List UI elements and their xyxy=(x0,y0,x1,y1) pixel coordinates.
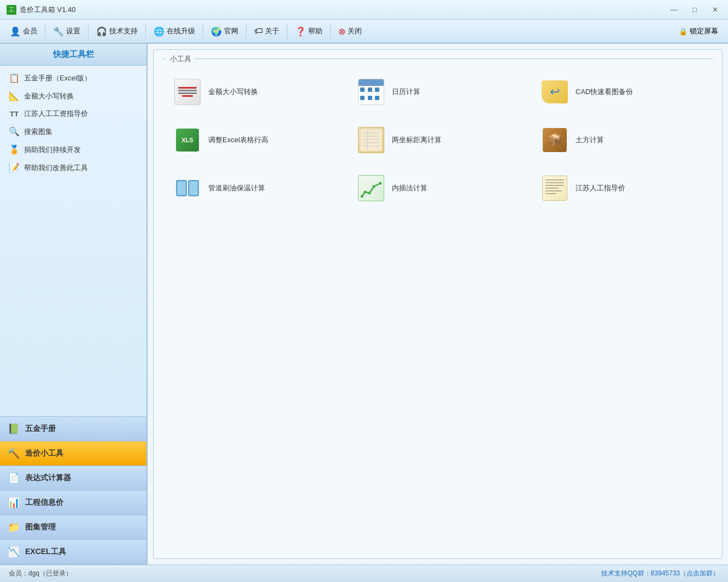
menu-sep-5 xyxy=(246,24,246,39)
sidebar-header: 快捷工具栏 xyxy=(0,44,146,66)
tool-pipe-coating[interactable]: 管道刷油保温计算 xyxy=(162,164,346,212)
excel-row-icon: XLS xyxy=(173,126,202,154)
support-qq[interactable]: 技术支持QQ群：83945733（点击加群） xyxy=(601,569,719,578)
nav-excel-icon: 📉 xyxy=(8,546,20,558)
shortcut-search-atlas[interactable]: 🔍 搜索图集 xyxy=(2,123,144,141)
svg-rect-0 xyxy=(360,129,383,152)
tech-support-icon: 🎧 xyxy=(96,26,107,37)
shortcut-donate[interactable]: 🏅 捐助我们持续开发 xyxy=(2,141,144,159)
lock-label: 锁定屏幕 xyxy=(690,26,718,36)
cad-backup-icon xyxy=(541,78,569,106)
tool-interpolation[interactable]: 内插法计算 xyxy=(346,164,530,212)
search-atlas-icon: 🔍 xyxy=(9,126,20,137)
menu-settings[interactable]: 🔧 设置 xyxy=(49,24,85,39)
close-menu-icon: ⊗ xyxy=(338,26,345,37)
minimize-button[interactable]: — xyxy=(667,4,680,15)
app-title: 造价工具箱 V1.40 xyxy=(20,5,76,15)
status-bar: 会员：dgq（已登录） 技术支持QQ群：83945733（点击加群） xyxy=(0,564,728,582)
nav-small-tools-icon: 🔨 xyxy=(8,447,20,459)
tool-calendar-calc-label: 日历计算 xyxy=(392,87,420,97)
title-bar-left: 工 造价工具箱 V1.40 xyxy=(7,5,76,15)
nav-calculator[interactable]: 📄 表达式计算器 xyxy=(0,466,146,491)
menu-sep-2 xyxy=(88,24,89,39)
tool-earthwork-label: 土方计算 xyxy=(576,135,604,145)
menu-settings-label: 设置 xyxy=(66,26,80,36)
help-icon: ❓ xyxy=(295,26,306,37)
nav-hardware-manual[interactable]: 📗 五金手册 xyxy=(0,417,146,441)
nav-section: 📗 五金手册 🔨 造价小工具 📄 表达式计算器 📊 工程信息价 📁 图集管理 📉 xyxy=(0,416,146,564)
tool-earthwork[interactable]: 📦 土方计算 xyxy=(530,116,713,164)
official-site-icon: 🌍 xyxy=(211,26,222,37)
tool-excel-row-label: 调整Excel表格行高 xyxy=(208,135,268,145)
nav-info-price[interactable]: 📊 工程信息价 xyxy=(0,491,146,515)
svg-rect-11 xyxy=(190,182,197,195)
shortcut-improve[interactable]: 📝 帮助我们改善此工具 xyxy=(2,159,144,177)
lock-icon: 🔒 xyxy=(679,27,688,36)
shortcut-list: 📋 五金手册（Excel版） 📐 金额大小写转换 TT 江苏人工工资指导价 🔍 … xyxy=(0,66,146,416)
tool-jiangsu-guide-label: 江苏人工指导价 xyxy=(576,183,625,193)
tools-grid: 金额大小写转换 xyxy=(162,68,713,212)
menu-close[interactable]: ⊗ 关闭 xyxy=(334,24,366,39)
menu-tech-support-label: 技术支持 xyxy=(109,26,138,36)
svg-point-13 xyxy=(364,191,367,194)
tool-two-coord-label: 两坐标距离计算 xyxy=(392,135,442,145)
menu-member[interactable]: 👤 会员 xyxy=(5,24,42,39)
tool-two-coord[interactable]: 两坐标距离计算 xyxy=(346,116,530,164)
menu-close-label: 关闭 xyxy=(348,26,362,36)
tool-cad-backup[interactable]: CAD快速看图备份 xyxy=(530,68,713,116)
member-status: 会员：dgq（已登录） xyxy=(9,569,72,578)
shortcut-search-atlas-label: 搜索图集 xyxy=(24,127,52,137)
menu-online-upgrade[interactable]: 🌐 在线升级 xyxy=(149,24,199,39)
svg-point-15 xyxy=(373,185,375,188)
nav-atlas-label: 图集管理 xyxy=(25,522,56,532)
maximize-button[interactable]: □ xyxy=(689,4,700,15)
donate-icon: 🏅 xyxy=(9,144,20,155)
menu-sep-1 xyxy=(45,24,45,39)
shortcut-improve-label: 帮助我们改善此工具 xyxy=(24,163,88,173)
amount-convert-icon: 📐 xyxy=(9,91,20,101)
sidebar: 快捷工具栏 📋 五金手册（Excel版） 📐 金额大小写转换 TT 江苏人工工资… xyxy=(0,44,148,564)
nav-small-tools[interactable]: 🔨 造价小工具 xyxy=(0,441,146,466)
shortcut-amount-convert[interactable]: 📐 金额大小写转换 xyxy=(2,87,144,105)
two-coord-icon xyxy=(357,126,385,154)
menu-online-upgrade-label: 在线升级 xyxy=(167,26,195,36)
svg-rect-9 xyxy=(178,182,185,195)
nav-info-price-label: 工程信息价 xyxy=(25,498,63,508)
online-upgrade-icon: 🌐 xyxy=(154,26,165,37)
sidebar-header-title: 快捷工具栏 xyxy=(53,49,94,59)
menu-help[interactable]: ❓ 帮助 xyxy=(291,24,327,39)
shortcut-hardware-manual[interactable]: 📋 五金手册（Excel版） xyxy=(2,69,144,87)
close-window-button[interactable]: ✕ xyxy=(709,4,721,15)
menu-about[interactable]: 🏷 关于 xyxy=(250,24,284,38)
shortcut-jiangsu-wage-label: 江苏人工工资指导价 xyxy=(24,109,88,119)
lock-screen-button[interactable]: 🔒 锁定屏幕 xyxy=(674,24,723,38)
nav-hardware-icon: 📗 xyxy=(8,423,20,435)
tool-amount-convert[interactable]: 金额大小写转换 xyxy=(162,68,346,116)
shortcut-hardware-manual-label: 五金手册（Excel版） xyxy=(24,73,91,83)
about-icon: 🏷 xyxy=(254,26,263,36)
menu-sep-6 xyxy=(287,24,287,39)
nav-excel-tools[interactable]: 📉 EXCEL工具 xyxy=(0,540,146,564)
menu-member-label: 会员 xyxy=(23,26,37,36)
member-icon: 👤 xyxy=(10,26,21,37)
nav-atlas-icon: 📁 xyxy=(8,521,20,533)
menu-about-label: 关于 xyxy=(265,26,279,36)
jiangsu-wage-icon: TT xyxy=(9,110,20,118)
menu-bar: 👤 会员 🔧 设置 🎧 技术支持 🌐 在线升级 🌍 官网 🏷 关于 ❓ 帮助 ⊗… xyxy=(0,20,728,44)
menu-official-site[interactable]: 🌍 官网 xyxy=(207,24,243,39)
nav-small-tools-label: 造价小工具 xyxy=(25,449,63,458)
hardware-manual-icon: 📋 xyxy=(9,73,20,83)
menu-tech-support[interactable]: 🎧 技术支持 xyxy=(92,24,142,39)
shortcut-jiangsu-wage[interactable]: TT 江苏人工工资指导价 xyxy=(2,105,144,123)
title-bar-controls: — □ ✕ xyxy=(667,4,721,15)
pipe-coating-icon xyxy=(173,174,202,202)
tool-calendar-calc[interactable]: 日历计算 xyxy=(346,68,530,116)
tool-jiangsu-guide[interactable]: 江苏人工指导价 xyxy=(530,164,713,212)
svg-point-14 xyxy=(368,192,371,195)
nav-atlas-mgmt[interactable]: 📁 图集管理 xyxy=(0,515,146,540)
tool-amount-convert-label: 金额大小写转换 xyxy=(208,87,258,97)
tool-excel-row[interactable]: XLS 调整Excel表格行高 xyxy=(162,116,346,164)
calendar-calc-icon xyxy=(357,78,385,106)
nav-calculator-icon: 📄 xyxy=(8,472,20,484)
earthwork-icon: 📦 xyxy=(541,126,569,154)
